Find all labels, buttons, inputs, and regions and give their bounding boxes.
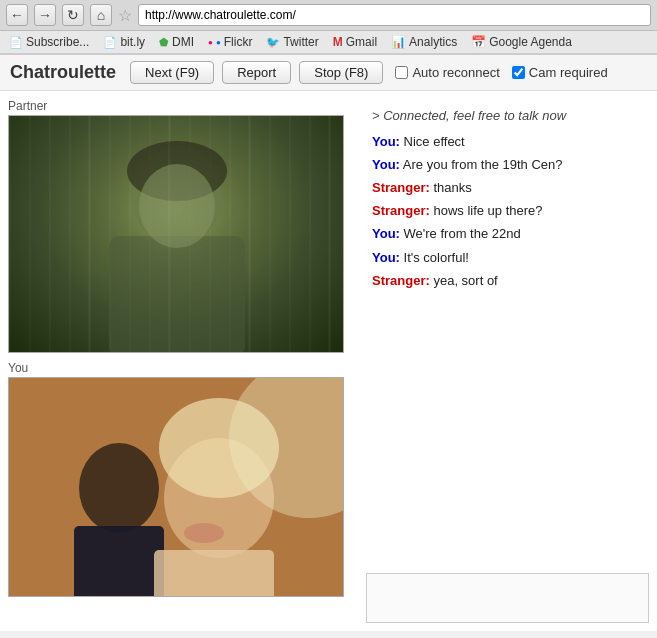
chat-line-3: Stranger: thanks	[372, 177, 643, 199]
refresh-button[interactable]: ↻	[62, 4, 84, 26]
home-button[interactable]: ⌂	[90, 4, 112, 26]
browser-chrome: ← → ↻ ⌂ ☆ 📄 Subscribe... 📄 bit.ly ⬟ DMI …	[0, 0, 657, 55]
bookmark-dmi-label: DMI	[172, 35, 194, 49]
svg-rect-12	[154, 550, 274, 597]
google-agenda-icon: 📅	[471, 35, 486, 49]
chat-line-5: You: We're from the 22nd	[372, 223, 643, 245]
bookmark-twitter[interactable]: 🐦 Twitter	[263, 34, 321, 50]
app-title: Chatroulette	[10, 62, 116, 83]
star-icon[interactable]: ☆	[118, 6, 132, 25]
svg-rect-1	[109, 236, 245, 353]
chat-text-3: thanks	[433, 180, 471, 195]
bookmark-subscribe[interactable]: 📄 Subscribe...	[6, 34, 92, 50]
partner-section: Partner	[8, 99, 350, 353]
you-speaker-5: You:	[372, 226, 400, 241]
back-button[interactable]: ←	[6, 4, 28, 26]
nav-bar: ← → ↻ ⌂ ☆	[0, 0, 657, 31]
stop-button[interactable]: Stop (F8)	[299, 61, 383, 84]
address-bar[interactable]	[138, 4, 651, 26]
bookmark-bitly-label: bit.ly	[120, 35, 145, 49]
chat-text-5: We're from the 22nd	[404, 226, 521, 241]
svg-point-9	[79, 443, 159, 533]
partner-video	[8, 115, 344, 353]
bookmark-analytics-label: Analytics	[409, 35, 457, 49]
bookmark-twitter-label: Twitter	[283, 35, 318, 49]
chat-line-4: Stranger: hows life up there?	[372, 200, 643, 222]
partner-label: Partner	[8, 99, 350, 113]
chat-area: > Connected, feel free to talk now You: …	[366, 99, 649, 569]
chat-line-6: You: It's colorful!	[372, 247, 643, 269]
bookmark-flickr-label: Flickr	[224, 35, 253, 49]
forward-button[interactable]: →	[34, 4, 56, 26]
stranger-speaker-7: Stranger:	[372, 273, 430, 288]
chat-text-6: It's colorful!	[404, 250, 469, 265]
chat-line-1: You: Nice effect	[372, 131, 643, 153]
stranger-speaker-3: Stranger:	[372, 180, 430, 195]
cam-required-label[interactable]: Cam required	[512, 65, 608, 80]
stranger-speaker-4: Stranger:	[372, 203, 430, 218]
cam-required-checkbox[interactable]	[512, 66, 525, 79]
you-video-bg	[9, 378, 343, 596]
bookmark-subscribe-label: Subscribe...	[26, 35, 89, 49]
chat-connected-msg: > Connected, feel free to talk now	[372, 105, 643, 127]
svg-point-14	[184, 523, 224, 543]
chat-text-4: hows life up there?	[433, 203, 542, 218]
right-panel: > Connected, feel free to talk now You: …	[358, 91, 657, 631]
svg-rect-10	[74, 526, 164, 597]
svg-point-3	[139, 164, 215, 248]
bookmark-flickr[interactable]: ●● Flickr	[205, 34, 255, 50]
dmi-icon: ⬟	[159, 36, 169, 49]
flickr-dot2-icon: ●	[216, 38, 221, 47]
flickr-dot1-icon: ●	[208, 38, 213, 47]
you-svg	[9, 378, 344, 597]
bitly-icon: 📄	[103, 36, 117, 49]
left-panel: Partner	[0, 91, 358, 631]
bookmark-analytics[interactable]: 📊 Analytics	[388, 34, 460, 50]
report-button[interactable]: Report	[222, 61, 291, 84]
chat-text-1: Nice effect	[404, 134, 465, 149]
auto-reconnect-label[interactable]: Auto reconnect	[395, 65, 499, 80]
chat-text-7: yea, sort of	[433, 273, 497, 288]
main-content: Partner	[0, 91, 657, 631]
chat-line-2: You: Are you from the 19th Cen?	[372, 154, 643, 176]
auto-reconnect-checkbox[interactable]	[395, 66, 408, 79]
bookmark-bitly[interactable]: 📄 bit.ly	[100, 34, 148, 50]
you-label: You	[8, 361, 350, 375]
chat-line-7: Stranger: yea, sort of	[372, 270, 643, 292]
bookmark-gmail[interactable]: M Gmail	[330, 34, 380, 50]
bookmark-dmi[interactable]: ⬟ DMI	[156, 34, 197, 50]
you-section: You	[8, 361, 350, 597]
partner-svg	[9, 116, 344, 353]
bookmark-google-agenda[interactable]: 📅 Google Agenda	[468, 34, 575, 50]
you-video	[8, 377, 344, 597]
bookmark-gmail-label: Gmail	[346, 35, 377, 49]
chat-text-2: Are you from the 19th Cen?	[403, 157, 563, 172]
twitter-icon: 🐦	[266, 36, 280, 49]
gmail-icon: M	[333, 35, 343, 49]
you-speaker-1: You:	[372, 134, 400, 149]
you-speaker-6: You:	[372, 250, 400, 265]
analytics-icon: 📊	[391, 35, 406, 49]
next-button[interactable]: Next (F9)	[130, 61, 214, 84]
you-speaker-2: You:	[372, 157, 400, 172]
chat-input[interactable]	[366, 573, 649, 623]
bookmark-google-agenda-label: Google Agenda	[489, 35, 572, 49]
subscribe-icon: 📄	[9, 36, 23, 49]
bookmarks-bar: 📄 Subscribe... 📄 bit.ly ⬟ DMI ●● Flickr …	[0, 31, 657, 54]
app-bar: Chatroulette Next (F9) Report Stop (F8) …	[0, 55, 657, 91]
